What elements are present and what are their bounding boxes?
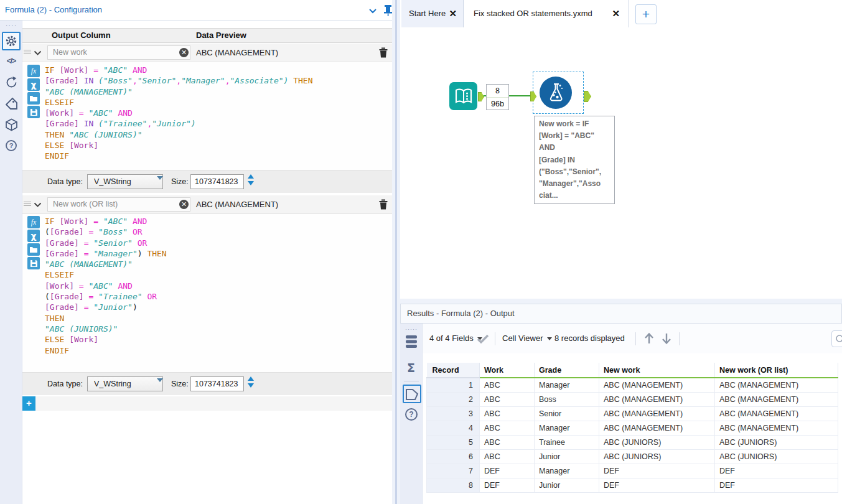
- table-cell[interactable]: ABC (MANAGEMENT): [715, 378, 838, 392]
- table-cell[interactable]: ABC: [480, 435, 535, 449]
- package-icon[interactable]: [2, 117, 20, 132]
- stepper-up-icon[interactable]: [248, 376, 254, 381]
- help-icon[interactable]: ?: [405, 408, 418, 421]
- datatype-select[interactable]: V_WString: [87, 376, 163, 391]
- add-expression-button[interactable]: +: [22, 396, 35, 411]
- record-number-cell[interactable]: 6: [427, 449, 480, 464]
- code-icon[interactable]: </>: [2, 54, 20, 68]
- clear-icon[interactable]: ✕: [179, 200, 189, 209]
- workflow-canvas[interactable]: Start Here ✕ Fix stacked OR statements.y…: [400, 0, 842, 299]
- clear-icon[interactable]: ✕: [179, 48, 189, 57]
- column-header-grade[interactable]: Grade: [535, 363, 599, 378]
- results-panel-header[interactable]: Results - Formula (2) - Output: [400, 304, 842, 324]
- arrow-up-icon[interactable]: [644, 332, 654, 345]
- table-cell[interactable]: Manager: [535, 421, 599, 435]
- saved-expressions-folder-icon[interactable]: [27, 243, 40, 256]
- search-input[interactable]: [831, 330, 842, 347]
- table-cell[interactable]: Junior: [535, 449, 599, 464]
- tab-fix-stacked-or-statements[interactable]: Fix stacked OR statements.yxmd ✕: [464, 0, 629, 27]
- size-stepper[interactable]: [248, 376, 254, 388]
- table-cell[interactable]: DEF: [715, 464, 838, 478]
- table-cell[interactable]: ABC (JUNIORS): [599, 435, 715, 449]
- table-cell[interactable]: DEF: [480, 478, 535, 492]
- delete-expression-icon[interactable]: [378, 199, 388, 210]
- record-number-cell[interactable]: 3: [427, 406, 480, 421]
- size-stepper[interactable]: [248, 174, 254, 185]
- aggregate-sigma-icon[interactable]: Σ: [407, 361, 415, 375]
- formula-code[interactable]: IF [Work] = "ABC" AND([Grade] = "Boss" O…: [45, 216, 167, 356]
- size-input[interactable]: 1073741823: [190, 376, 244, 391]
- table-cell[interactable]: ABC: [480, 449, 535, 464]
- column-header-new-work-or-list[interactable]: New work (OR list): [715, 363, 838, 378]
- save-expression-icon[interactable]: [27, 106, 40, 118]
- horizontal-splitter[interactable]: [400, 299, 842, 304]
- table-cell[interactable]: Senior: [535, 406, 599, 421]
- record-number-cell[interactable]: 4: [427, 421, 480, 435]
- text-input-tool[interactable]: [449, 82, 477, 110]
- close-tab-icon[interactable]: ✕: [449, 8, 457, 19]
- functions-icon[interactable]: fx: [27, 216, 40, 228]
- variables-icon[interactable]: χ: [27, 230, 40, 242]
- record-number-cell[interactable]: 1: [427, 378, 480, 392]
- table-cell[interactable]: ABC (MANAGEMENT): [715, 421, 838, 435]
- vertical-splitter[interactable]: [392, 0, 400, 504]
- fields-dropdown[interactable]: 4 of 4 Fields: [429, 324, 482, 353]
- table-cell[interactable]: ABC (MANAGEMENT): [599, 421, 715, 435]
- record-number-cell[interactable]: 2: [427, 392, 480, 406]
- table-cell[interactable]: DEF: [599, 478, 715, 492]
- data-view-selected[interactable]: [403, 385, 421, 403]
- formula-tool[interactable]: [540, 77, 572, 109]
- formula-code[interactable]: IF [Work] = "ABC" AND[Grade] IN ("Boss",…: [45, 65, 313, 162]
- column-header-new-work[interactable]: New work: [599, 363, 715, 378]
- delete-expression-icon[interactable]: [378, 47, 388, 58]
- datatype-select[interactable]: V_WString: [87, 174, 163, 189]
- cell-viewer-dropdown[interactable]: Cell Viewer: [502, 324, 552, 353]
- variables-icon[interactable]: χ: [27, 78, 40, 91]
- save-expression-icon[interactable]: [27, 257, 40, 269]
- help-icon[interactable]: ?: [2, 138, 20, 153]
- strip-drag-handle[interactable]: ····: [4, 21, 19, 29]
- stepper-down-icon[interactable]: [248, 181, 254, 185]
- record-number-cell[interactable]: 5: [427, 435, 480, 449]
- connection-progress-badge[interactable]: 8 96b: [486, 84, 509, 110]
- table-cell[interactable]: ABC: [480, 406, 535, 421]
- arrow-down-icon[interactable]: [662, 332, 671, 345]
- formula-editor-1[interactable]: fx χ IF [Work] = "ABC" AND[Grade] IN ("B…: [22, 63, 392, 170]
- chevron-down-icon[interactable]: [368, 8, 377, 14]
- output-column-input[interactable]: New work: [47, 45, 190, 60]
- tag-icon[interactable]: [2, 96, 20, 111]
- table-cell[interactable]: Manager: [535, 464, 599, 478]
- strip-drag-handle[interactable]: ·····: [404, 326, 419, 332]
- table-cell[interactable]: ABC (MANAGEMENT): [715, 406, 838, 421]
- table-cell[interactable]: DEF: [715, 478, 838, 492]
- refresh-icon[interactable]: [2, 75, 20, 90]
- stepper-up-icon[interactable]: [248, 174, 254, 179]
- collapse-chevron-icon[interactable]: [34, 50, 42, 55]
- tab-configuration-selected[interactable]: [2, 32, 21, 50]
- table-cell[interactable]: ABC (MANAGEMENT): [715, 392, 838, 406]
- table-cell[interactable]: Boss: [535, 392, 599, 406]
- size-input[interactable]: 1073741823: [190, 174, 244, 189]
- column-header-work[interactable]: Work: [480, 363, 535, 378]
- table-cell[interactable]: ABC (MANAGEMENT): [599, 378, 715, 392]
- formula-editor-2[interactable]: fx χ IF [Work] = "ABC" AND([Grade] = "Bo…: [22, 214, 392, 372]
- table-cell[interactable]: ABC: [480, 392, 535, 406]
- stepper-down-icon[interactable]: [248, 383, 254, 388]
- column-header-record[interactable]: Record: [427, 363, 480, 378]
- new-tab-button[interactable]: +: [635, 4, 657, 24]
- table-cell[interactable]: ABC (JUNIORS): [715, 435, 838, 449]
- saved-expressions-folder-icon[interactable]: [27, 92, 40, 105]
- record-number-cell[interactable]: 8: [427, 478, 480, 492]
- collapse-chevron-icon[interactable]: [34, 202, 42, 207]
- functions-icon[interactable]: fx: [27, 65, 40, 77]
- table-cell[interactable]: Trainee: [535, 435, 599, 449]
- close-tab-icon[interactable]: ✕: [612, 8, 620, 19]
- output-column-input[interactable]: New work (OR list): [47, 197, 190, 212]
- tab-start-here[interactable]: Start Here ✕: [401, 0, 464, 27]
- table-cell[interactable]: ABC: [480, 378, 535, 392]
- tool-annotation[interactable]: New work = IF[Work] = "ABC"AND[Grade] IN…: [534, 116, 615, 204]
- table-cell[interactable]: ABC: [480, 421, 535, 435]
- apply-checkmark-icon[interactable]: [477, 334, 489, 343]
- table-cell[interactable]: DEF: [599, 464, 715, 478]
- table-cell[interactable]: Junior: [535, 478, 599, 492]
